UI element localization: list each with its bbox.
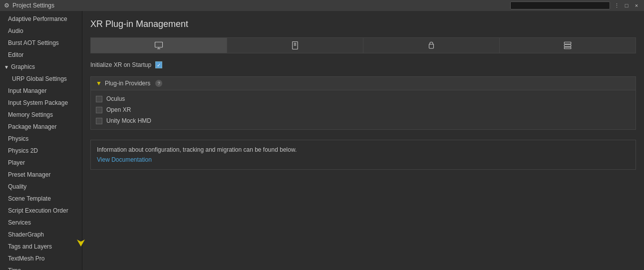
svg-rect-10	[564, 45, 571, 47]
open-xr-label: Open XR	[106, 106, 131, 113]
sidebar-item-scene-template[interactable]: Scene Template	[0, 193, 82, 205]
svg-rect-11	[564, 47, 571, 49]
oculus-label: Oculus	[106, 95, 125, 102]
plugin-providers-body: Oculus Open XR Unity Mock HMD	[90, 90, 636, 130]
sidebar-item-preset-manager[interactable]: Preset Manager	[0, 169, 82, 181]
sidebar-item-burst-aot[interactable]: Burst AOT Settings	[0, 37, 82, 49]
graphics-arrow: ▼	[4, 63, 9, 71]
info-text: Information about configuration, trackin…	[97, 146, 630, 153]
title-bar: ⚙ Project Settings ⋮ □ ×	[0, 0, 644, 11]
unity-mock-hmd-label: Unity Mock HMD	[106, 117, 151, 124]
xr-init-checkbox[interactable]	[155, 61, 162, 68]
sidebar-item-audio[interactable]: Audio	[0, 25, 82, 37]
close-icon[interactable]: ×	[633, 2, 640, 9]
sidebar-item-quality[interactable]: Quality	[0, 181, 82, 193]
sidebar-item-editor[interactable]: Editor	[0, 49, 82, 61]
window-controls: ⋮ □ ×	[613, 2, 640, 9]
arrow-svg	[75, 236, 87, 248]
plugin-providers-header[interactable]: ▼ Plug-in Providers ?	[90, 76, 636, 90]
android-icon	[427, 41, 436, 50]
sidebar-item-adaptive-performance[interactable]: Adaptive Performance	[0, 13, 82, 25]
platform-tabs	[90, 37, 636, 53]
sidebar-item-physics[interactable]: Physics	[0, 133, 82, 145]
info-box: Information about configuration, trackin…	[90, 140, 636, 170]
provider-row-open-xr: Open XR	[96, 104, 631, 115]
sidebar-item-physics-2d[interactable]: Physics 2D	[0, 145, 82, 157]
unity-mock-hmd-checkbox[interactable]	[96, 118, 102, 124]
sidebar-item-input-system-package[interactable]: Input System Package	[0, 97, 82, 109]
title-search-input[interactable]	[510, 1, 610, 9]
sidebar-item-services[interactable]: Services	[0, 217, 82, 229]
svg-marker-12	[77, 240, 85, 247]
main-area: Adaptive Performance Audio Burst AOT Set…	[0, 11, 644, 270]
title-bar-left: ⚙ Project Settings	[4, 2, 54, 9]
help-icon[interactable]: ?	[155, 80, 162, 87]
menu-icon[interactable]: ⋮	[613, 2, 620, 9]
settings-icon: ⚙	[4, 2, 9, 9]
providers-arrow-icon: ▼	[96, 80, 102, 87]
content-area: XR Plug-in Management Initialize XR on S…	[82, 11, 644, 270]
sidebar: Adaptive Performance Audio Burst AOT Set…	[0, 11, 82, 270]
sidebar-item-urp-global[interactable]: URP Global Settings	[0, 73, 82, 85]
sidebar-item-script-execution-order[interactable]: Script Execution Order	[0, 205, 82, 217]
tab-tablet[interactable]	[227, 38, 363, 53]
view-documentation-link[interactable]: View Documentation	[97, 156, 152, 163]
sidebar-item-player[interactable]: Player	[0, 157, 82, 169]
tab-android[interactable]	[363, 38, 500, 53]
svg-point-7	[430, 43, 430, 43]
window-title: Project Settings	[12, 2, 54, 9]
open-xr-checkbox[interactable]	[96, 107, 102, 113]
tablet-icon	[291, 41, 300, 50]
sidebar-item-graphics[interactable]: ▼Graphics	[0, 61, 82, 73]
sidebar-item-input-manager[interactable]: Input Manager	[0, 85, 82, 97]
sidebar-item-memory-settings[interactable]: Memory Settings	[0, 109, 82, 121]
sidebar-item-textmesh-pro[interactable]: TextMesh Pro	[0, 253, 82, 265]
sidebar-item-time[interactable]: Time	[0, 265, 82, 270]
sidebar-item-tags-and-layers[interactable]: Tags and Layers	[0, 241, 82, 253]
provider-row-oculus: Oculus	[96, 93, 631, 104]
xr-init-row: Initialize XR on Startup	[90, 59, 636, 70]
tab-desktop[interactable]	[91, 38, 227, 53]
tab-other[interactable]	[500, 38, 636, 53]
oculus-checkbox[interactable]	[96, 96, 102, 102]
xr-init-label: Initialize XR on Startup	[90, 61, 151, 68]
desktop-icon	[154, 41, 163, 50]
sidebar-item-package-manager[interactable]: Package Manager	[0, 121, 82, 133]
sidebar-item-shadergraph[interactable]: ShaderGraph	[0, 229, 82, 241]
server-icon	[563, 41, 572, 50]
svg-point-8	[432, 43, 433, 43]
plugin-providers-label: Plug-in Providers	[105, 80, 150, 87]
yellow-arrow-annotation	[75, 236, 87, 249]
title-bar-right: ⋮ □ ×	[510, 1, 640, 9]
maximize-icon[interactable]: □	[623, 2, 630, 9]
provider-row-unity-mock-hmd: Unity Mock HMD	[96, 115, 631, 126]
svg-rect-9	[564, 42, 571, 44]
page-title: XR Plug-in Management	[90, 19, 636, 29]
svg-rect-0	[155, 42, 163, 47]
